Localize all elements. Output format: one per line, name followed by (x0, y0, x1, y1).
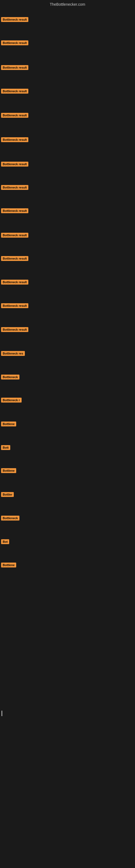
bottleneck-badge[interactable]: Bottleneck result (1, 280, 28, 284)
bottleneck-badge[interactable]: Bottleneck result (1, 327, 28, 332)
bottleneck-badge[interactable]: Bottleneck result (1, 40, 28, 45)
bottleneck-badge[interactable]: Bottleneck r (1, 398, 21, 403)
list-item: Bottleneck result (0, 17, 30, 24)
bottleneck-badge[interactable]: Bottleneck result (1, 256, 28, 261)
bottleneck-badge[interactable]: Bottleneck result (1, 137, 28, 142)
list-item: Bottleneck result (0, 184, 30, 191)
bottleneck-badge[interactable]: Bottleneck (1, 516, 19, 521)
bottleneck-badge[interactable]: Bottleneck result (1, 233, 28, 238)
cursor-area (1, 711, 2, 716)
list-item: Bottleneck result (0, 303, 30, 310)
list-item: Bottleneck result (0, 88, 30, 95)
list-item: Bottlene (0, 468, 17, 475)
list-item: Bottler (0, 492, 15, 499)
list-item: Bottleneck result (0, 279, 30, 286)
site-title: TheBottlenecker.com (50, 2, 85, 6)
list-item: Bottleneck (0, 374, 20, 381)
bottleneck-badge[interactable]: Bottleneck result (1, 89, 28, 94)
bottleneck-badge[interactable]: Bottleneck result (1, 185, 28, 190)
list-item: Bottleneck result (0, 232, 30, 239)
list-item: Bottleneck result (0, 40, 30, 47)
bottleneck-badge[interactable]: Bottleneck result (1, 208, 28, 213)
bottleneck-badge[interactable]: Bottlene (1, 468, 16, 473)
list-item: Bottleneck result (0, 161, 30, 168)
list-item: Bottlene (0, 421, 17, 428)
list-item: Bottleneck result (0, 65, 30, 72)
list-item: Bottleneck result (0, 327, 30, 334)
bottleneck-badge[interactable]: Bottlene (1, 563, 16, 567)
bottleneck-badge[interactable]: Bot (1, 539, 9, 544)
list-item: Bott (0, 444, 11, 452)
bottleneck-badge[interactable]: Bottler (1, 492, 14, 497)
bottleneck-badge[interactable]: Bottleneck res (1, 351, 25, 356)
text-cursor (2, 711, 2, 716)
bottleneck-badge[interactable]: Bottleneck result (1, 17, 28, 22)
list-item: Bottleneck result (0, 208, 30, 215)
bottleneck-badge[interactable]: Bott (1, 445, 10, 450)
list-item: Bottlene (0, 562, 17, 569)
list-item: Bottleneck (0, 515, 20, 522)
bottleneck-badge[interactable]: Bottlene (1, 422, 16, 426)
bottleneck-badge[interactable]: Bottleneck result (1, 113, 28, 118)
bottleneck-badge[interactable]: Bottleneck result (1, 65, 28, 70)
bottleneck-badge[interactable]: Bottleneck result (1, 162, 28, 166)
site-header: TheBottlenecker.com (0, 0, 135, 10)
list-item: Bottleneck result (0, 137, 30, 144)
items-container: Bottleneck resultBottleneck resultBottle… (0, 10, 135, 864)
page-wrapper: TheBottlenecker.com Bottleneck resultBot… (0, 0, 135, 868)
list-item: Bottleneck result (0, 112, 30, 119)
list-item: Bottleneck res (0, 350, 26, 358)
bottleneck-badge[interactable]: Bottleneck (1, 375, 19, 379)
list-item: Bottleneck result (0, 255, 30, 262)
bottleneck-badge[interactable]: Bottleneck result (1, 303, 28, 308)
list-item: Bot (0, 539, 10, 546)
list-item: Bottleneck r (0, 397, 23, 404)
